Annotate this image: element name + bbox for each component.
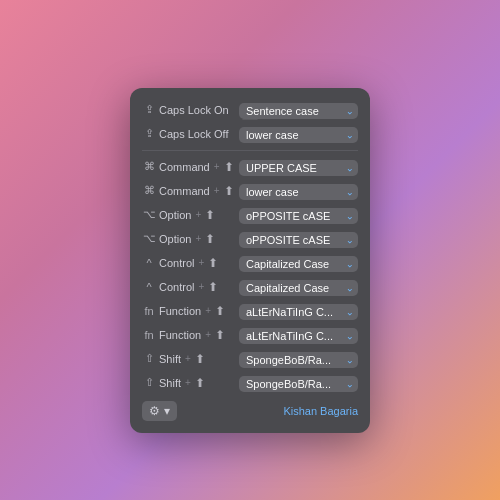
row-label-option-shift-1: ⌥Option+⬆ bbox=[142, 208, 237, 222]
plus-sign: + bbox=[185, 353, 191, 364]
popup-container: ⇪Caps Lock OnSentence caseUPPER CASElowe… bbox=[130, 88, 370, 433]
row-label-control-shift-1: ^Control+⬆ bbox=[142, 256, 237, 270]
plus-sign: + bbox=[198, 257, 204, 268]
plus-sign: + bbox=[195, 209, 201, 220]
row-label-shift-1: ⇧Shift+⬆ bbox=[142, 352, 237, 366]
row-shift-1: ⇧Shift+⬆SpongeBoB/Ra...Sentence caseUPPE… bbox=[138, 347, 362, 371]
row-label-caps-lock-off: ⇪Caps Lock Off bbox=[142, 127, 237, 140]
shift-arrow-icon: ⬆ bbox=[208, 280, 218, 294]
row-label-option-shift-2: ⌥Option+⬆ bbox=[142, 232, 237, 246]
modifier-icon-shift-2: ⇧ bbox=[142, 376, 156, 389]
row-fn-function-2: fnFunction+⬆aLtErNaTiInG C...Sentence ca… bbox=[138, 323, 362, 347]
row-label-caps-lock-on: ⇪Caps Lock On bbox=[142, 103, 237, 116]
select-caps-lock-off[interactable]: lower caseSentence caseUPPER CASECapital… bbox=[239, 127, 358, 143]
select-control-shift-1[interactable]: Capitalized CaseSentence caseUPPER CASEl… bbox=[239, 256, 358, 272]
select-wrapper-command-shift-2: lower caseSentence caseUPPER CASECapital… bbox=[239, 182, 358, 200]
row-label-command-shift-1: ⌘Command+⬆ bbox=[142, 160, 237, 174]
row-control-shift-1: ^Control+⬆Capitalized CaseSentence caseU… bbox=[138, 251, 362, 275]
plus-sign: + bbox=[214, 161, 220, 172]
row-shift-2: ⇧Shift+⬆SpongeBoB/Ra...Sentence caseUPPE… bbox=[138, 371, 362, 395]
shift-arrow-icon: ⬆ bbox=[205, 232, 215, 246]
select-wrapper-shift-1: SpongeBoB/Ra...Sentence caseUPPER CASElo… bbox=[239, 350, 358, 368]
row-fn-function-1: fnFunction+⬆aLtErNaTiInG C...Sentence ca… bbox=[138, 299, 362, 323]
row-control-shift-2: ^Control+⬆Capitalized CaseSentence caseU… bbox=[138, 275, 362, 299]
modifier-icon-shift-1: ⇧ bbox=[142, 352, 156, 365]
row-command-shift-2: ⌘Command+⬆lower caseSentence caseUPPER C… bbox=[138, 179, 362, 203]
select-wrapper-option-shift-2: oPPOSITE cASESentence caseUPPER CASElowe… bbox=[239, 230, 358, 248]
select-wrapper-fn-function-2: aLtErNaTiInG C...Sentence caseUPPER CASE… bbox=[239, 326, 358, 344]
modifier-label-shift-1: Shift bbox=[159, 353, 181, 365]
row-label-fn-function-1: fnFunction+⬆ bbox=[142, 304, 237, 318]
modifier-icon-fn-function-2: fn bbox=[142, 329, 156, 341]
row-label-control-shift-2: ^Control+⬆ bbox=[142, 280, 237, 294]
shift-arrow-icon: ⬆ bbox=[224, 160, 234, 174]
row-label-command-shift-2: ⌘Command+⬆ bbox=[142, 184, 237, 198]
modifier-label-caps-lock-off: Caps Lock Off bbox=[159, 128, 229, 140]
credit-link[interactable]: Kishan Bagaria bbox=[283, 405, 358, 417]
select-wrapper-caps-lock-off: lower caseSentence caseUPPER CASECapital… bbox=[239, 125, 358, 143]
modifier-label-control-shift-2: Control bbox=[159, 281, 194, 293]
select-wrapper-control-shift-2: Capitalized CaseSentence caseUPPER CASEl… bbox=[239, 278, 358, 296]
modifier-icon-option-shift-1: ⌥ bbox=[142, 208, 156, 221]
select-wrapper-option-shift-1: oPPOSITE cASESentence caseUPPER CASElowe… bbox=[239, 206, 358, 224]
select-wrapper-fn-function-1: aLtErNaTiInG C...Sentence caseUPPER CASE… bbox=[239, 302, 358, 320]
select-shift-2[interactable]: SpongeBoB/Ra...Sentence caseUPPER CASElo… bbox=[239, 376, 358, 392]
modifier-label-option-shift-2: Option bbox=[159, 233, 191, 245]
modifier-label-fn-function-1: Function bbox=[159, 305, 201, 317]
select-option-shift-2[interactable]: oPPOSITE cASESentence caseUPPER CASElowe… bbox=[239, 232, 358, 248]
row-label-fn-function-2: fnFunction+⬆ bbox=[142, 328, 237, 342]
modifier-label-command-shift-1: Command bbox=[159, 161, 210, 173]
modifier-label-shift-2: Shift bbox=[159, 377, 181, 389]
row-caps-lock-off: ⇪Caps Lock Offlower caseSentence caseUPP… bbox=[138, 122, 362, 146]
plus-sign: + bbox=[205, 329, 211, 340]
select-wrapper-shift-2: SpongeBoB/Ra...Sentence caseUPPER CASElo… bbox=[239, 374, 358, 392]
modifier-icon-command-shift-1: ⌘ bbox=[142, 160, 156, 173]
modifier-label-command-shift-2: Command bbox=[159, 185, 210, 197]
select-wrapper-command-shift-1: UPPER CASESentence caselower caseCapital… bbox=[239, 158, 358, 176]
select-caps-lock-on[interactable]: Sentence caseUPPER CASElower caseCapital… bbox=[239, 103, 358, 119]
gear-icon: ⚙ bbox=[149, 404, 160, 418]
row-option-shift-1: ⌥Option+⬆oPPOSITE cASESentence caseUPPER… bbox=[138, 203, 362, 227]
shift-arrow-icon: ⬆ bbox=[215, 304, 225, 318]
shift-arrow-icon: ⬆ bbox=[195, 376, 205, 390]
modifier-label-fn-function-2: Function bbox=[159, 329, 201, 341]
modifier-icon-command-shift-2: ⌘ bbox=[142, 184, 156, 197]
row-label-shift-2: ⇧Shift+⬆ bbox=[142, 376, 237, 390]
row-command-shift-1: ⌘Command+⬆UPPER CASESentence caselower c… bbox=[138, 155, 362, 179]
plus-sign: + bbox=[205, 305, 211, 316]
plus-sign: + bbox=[185, 377, 191, 388]
shift-arrow-icon: ⬆ bbox=[205, 208, 215, 222]
select-command-shift-1[interactable]: UPPER CASESentence caselower caseCapital… bbox=[239, 160, 358, 176]
select-control-shift-2[interactable]: Capitalized CaseSentence caseUPPER CASEl… bbox=[239, 280, 358, 296]
select-fn-function-2[interactable]: aLtErNaTiInG C...Sentence caseUPPER CASE… bbox=[239, 328, 358, 344]
modifier-icon-control-shift-2: ^ bbox=[142, 281, 156, 293]
divider bbox=[142, 150, 358, 151]
shift-arrow-icon: ⬆ bbox=[215, 328, 225, 342]
modifier-icon-option-shift-2: ⌥ bbox=[142, 232, 156, 245]
shift-arrow-icon: ⬆ bbox=[208, 256, 218, 270]
shift-arrow-icon: ⬆ bbox=[195, 352, 205, 366]
popup: ⇪Caps Lock OnSentence caseUPPER CASElowe… bbox=[130, 88, 370, 433]
modifier-icon-caps-lock-off: ⇪ bbox=[142, 127, 156, 140]
select-command-shift-2[interactable]: lower caseSentence caseUPPER CASECapital… bbox=[239, 184, 358, 200]
modifier-icon-fn-function-1: fn bbox=[142, 305, 156, 317]
row-option-shift-2: ⌥Option+⬆oPPOSITE cASESentence caseUPPER… bbox=[138, 227, 362, 251]
shift-arrow-icon: ⬆ bbox=[224, 184, 234, 198]
row-caps-lock-on: ⇪Caps Lock OnSentence caseUPPER CASElowe… bbox=[138, 98, 362, 122]
gear-button[interactable]: ⚙▾ bbox=[142, 401, 177, 421]
plus-sign: + bbox=[198, 281, 204, 292]
select-option-shift-1[interactable]: oPPOSITE cASESentence caseUPPER CASElowe… bbox=[239, 208, 358, 224]
plus-sign: + bbox=[195, 233, 201, 244]
select-shift-1[interactable]: SpongeBoB/Ra...Sentence caseUPPER CASElo… bbox=[239, 352, 358, 368]
modifier-icon-caps-lock-on: ⇪ bbox=[142, 103, 156, 116]
modifier-label-caps-lock-on: Caps Lock On bbox=[159, 104, 229, 116]
footer: ⚙▾Kishan Bagaria bbox=[138, 395, 362, 423]
select-wrapper-control-shift-1: Capitalized CaseSentence caseUPPER CASEl… bbox=[239, 254, 358, 272]
plus-sign: + bbox=[214, 185, 220, 196]
select-wrapper-caps-lock-on: Sentence caseUPPER CASElower caseCapital… bbox=[239, 101, 358, 119]
gear-chevron-icon: ▾ bbox=[164, 404, 170, 418]
modifier-label-control-shift-1: Control bbox=[159, 257, 194, 269]
modifier-icon-control-shift-1: ^ bbox=[142, 257, 156, 269]
select-fn-function-1[interactable]: aLtErNaTiInG C...Sentence caseUPPER CASE… bbox=[239, 304, 358, 320]
modifier-label-option-shift-1: Option bbox=[159, 209, 191, 221]
